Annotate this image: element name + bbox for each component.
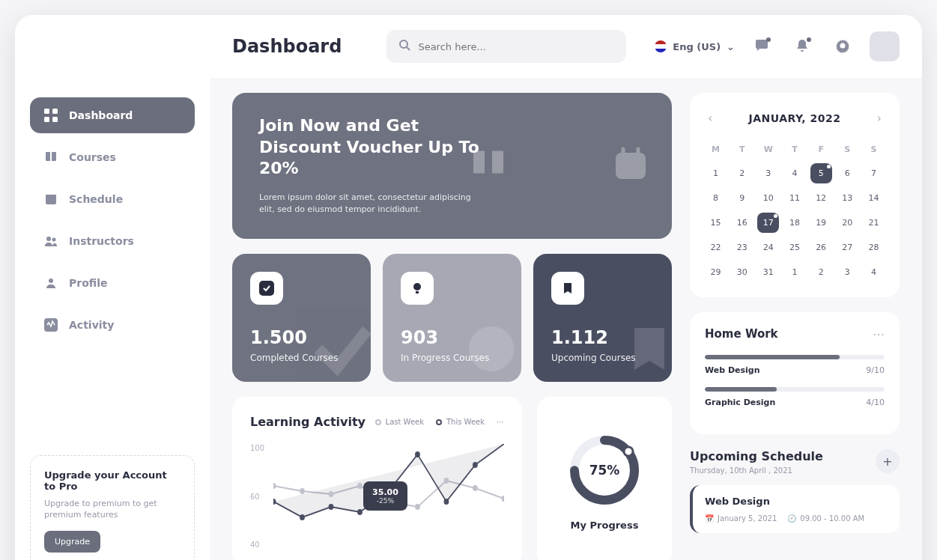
cal-day[interactable]: 1	[783, 262, 805, 282]
cal-day[interactable]: 11	[783, 188, 805, 208]
cal-day[interactable]: 12	[810, 188, 832, 208]
svg-point-28	[300, 514, 305, 520]
svg-rect-16	[416, 291, 419, 293]
cal-day[interactable]: 4	[863, 262, 885, 282]
cal-day[interactable]: 17	[757, 213, 779, 233]
nav-label: Schedule	[69, 193, 123, 205]
cal-next-button[interactable]: ›	[874, 108, 885, 128]
progress-fill	[705, 355, 840, 359]
progress-fill	[705, 387, 777, 392]
messages-button[interactable]	[748, 33, 775, 60]
homework-item: Web Design9/10	[705, 355, 885, 375]
svg-point-33	[444, 499, 449, 505]
cal-dow: T	[731, 140, 753, 159]
cal-day[interactable]: 16	[731, 213, 753, 233]
homework-more-icon[interactable]: ⋯	[873, 327, 885, 341]
schedule-title: Upcoming Schedule	[690, 449, 823, 463]
nav-profile[interactable]: Profile	[30, 265, 195, 301]
bookmark-bg-icon	[619, 311, 672, 382]
notifications-button[interactable]	[789, 33, 816, 60]
svg-point-17	[469, 326, 514, 371]
flag-icon	[655, 40, 667, 52]
svg-rect-0	[44, 109, 49, 114]
nav-dashboard[interactable]: Dashboard	[30, 97, 195, 133]
search-box[interactable]	[386, 30, 626, 63]
cal-day[interactable]: 26	[810, 237, 832, 258]
cal-day[interactable]: 15	[705, 213, 727, 233]
learning-activity-chart: Learning Activity Last Week This Week ⋯ …	[232, 397, 522, 560]
calendar-deco-icon	[612, 145, 649, 186]
schedule-date: Thursday, 10th April , 2021	[690, 466, 823, 475]
svg-point-10	[400, 40, 407, 48]
cal-day[interactable]: 10	[757, 188, 779, 208]
header: Dashboard Eng (US) ⌄	[210, 15, 922, 78]
upgrade-button[interactable]: Upgrade	[44, 531, 100, 553]
check-bg-icon	[303, 311, 371, 382]
add-schedule-button[interactable]: +	[876, 449, 900, 473]
upgrade-title: Upgrade your Account to Pro	[44, 469, 181, 492]
notification-dot	[807, 37, 811, 42]
homework-item: Graphic Design4/10	[705, 387, 885, 407]
calendar-icon	[43, 192, 58, 207]
grid-icon	[43, 108, 58, 123]
chart-title: Learning Activity	[250, 415, 366, 429]
cal-day[interactable]: 30	[731, 262, 753, 282]
search-icon	[398, 39, 410, 54]
cal-day[interactable]: 2	[810, 262, 832, 282]
cal-day[interactable]: 22	[705, 237, 727, 258]
nav-schedule[interactable]: Schedule	[30, 181, 195, 217]
homework-card: Home Work ⋯ Web Design9/10 Graphic Desig…	[690, 312, 900, 434]
language-selector[interactable]: Eng (US) ⌄	[655, 40, 735, 52]
nav-activity[interactable]: Activity	[30, 307, 195, 343]
legend-last-week: Last Week	[375, 418, 424, 426]
cal-prev-button[interactable]: ‹	[705, 108, 715, 128]
cal-day[interactable]: 2	[731, 163, 753, 183]
cal-day[interactable]: 7	[863, 163, 885, 183]
cal-day[interactable]: 31	[757, 262, 779, 282]
lang-label: Eng (US)	[673, 41, 721, 52]
cal-day[interactable]: 5	[810, 163, 832, 183]
nav-label: Dashboard	[69, 109, 133, 121]
cal-day[interactable]: 29	[705, 262, 727, 282]
svg-rect-1	[52, 109, 58, 114]
cal-day[interactable]: 3	[837, 262, 858, 282]
search-input[interactable]	[418, 41, 614, 52]
cal-day[interactable]: 9	[731, 188, 753, 208]
cal-day[interactable]: 4	[783, 163, 805, 183]
svg-rect-14	[259, 281, 274, 296]
nav-instructors[interactable]: Instructors	[30, 223, 195, 259]
stats-row: 1.500 Completed Courses 903 In Progress …	[232, 254, 672, 383]
cal-day[interactable]: 6	[837, 163, 858, 183]
chevron-down-icon: ⌄	[727, 41, 735, 52]
bulb-icon	[401, 272, 434, 305]
calendar-widget: ‹ JANUARY, 2022 › MTWTFSS123456789101112…	[690, 93, 900, 297]
cal-dow: F	[810, 140, 832, 159]
cal-day[interactable]: 1	[705, 163, 727, 183]
progress-percent: 75%	[589, 463, 620, 478]
cal-dow: T	[783, 140, 805, 159]
cal-day[interactable]: 3	[757, 163, 779, 183]
cal-day[interactable]: 27	[837, 237, 858, 258]
cal-day[interactable]: 8	[705, 188, 727, 208]
chart-more-icon[interactable]: ⋯	[497, 418, 504, 426]
svg-point-19	[300, 488, 305, 494]
cal-day[interactable]: 19	[810, 213, 832, 233]
user-avatar[interactable]	[870, 31, 900, 61]
nav-courses[interactable]: Courses	[30, 139, 195, 175]
cal-day[interactable]: 23	[731, 237, 753, 258]
nav-label: Courses	[69, 151, 116, 163]
settings-button[interactable]	[829, 33, 856, 60]
progress-label: My Progress	[571, 520, 639, 531]
cal-day[interactable]: 28	[863, 237, 885, 258]
cal-day[interactable]: 18	[783, 213, 805, 233]
cal-day[interactable]: 25	[783, 237, 805, 258]
cal-day[interactable]: 13	[837, 188, 858, 208]
schedule-item[interactable]: Web Design 📅January 5, 2021 🕘09.00 - 10.…	[690, 485, 900, 533]
plus-icon: +	[882, 454, 892, 469]
cal-day[interactable]: 21	[863, 213, 885, 233]
cal-day[interactable]: 14	[863, 188, 885, 208]
cal-day[interactable]: 20	[837, 213, 858, 233]
cal-day[interactable]: 24	[757, 237, 779, 258]
svg-point-37	[624, 447, 633, 456]
svg-point-6	[46, 237, 51, 241]
